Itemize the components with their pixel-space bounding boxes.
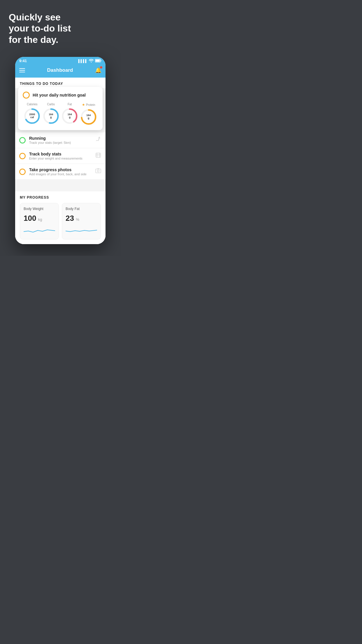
battery-icon xyxy=(95,59,101,63)
body-fat-value: 23 xyxy=(66,214,74,223)
status-time: 9:41 xyxy=(19,59,27,63)
protein-label: ★ Protein xyxy=(82,103,95,107)
body-fat-unit: % xyxy=(76,217,79,222)
calories-donut: 2000 cal xyxy=(24,108,41,125)
todo-item-running[interactable]: Running Track your stats (target: 5km) xyxy=(15,132,106,148)
calories-value: 2000 cal xyxy=(29,113,35,119)
todo-item-body-stats[interactable]: Track body stats Enter your weight and m… xyxy=(15,148,106,164)
protein-value: 164 g xyxy=(86,114,91,120)
body-weight-value-row: 100 kg xyxy=(24,214,55,223)
hero-line1: Quickly see xyxy=(9,12,61,22)
svg-rect-2 xyxy=(96,60,100,62)
status-bar: 9:41 ▌▌▌▌ xyxy=(15,57,106,65)
progress-cards: Body Weight 100 kg Body Fat 23 xyxy=(20,203,101,239)
nutrition-circles: Calories 2000 cal Carbs xyxy=(23,103,98,125)
nutrition-card-header: Hit your daily nutrition goal xyxy=(23,92,98,99)
body-stats-subtitle: Enter your weight and measurements xyxy=(29,157,92,160)
carbs-label: Carbs xyxy=(47,103,55,106)
hero-text: Quickly see your to-do list for the day. xyxy=(9,12,71,45)
body-stats-text: Track body stats Enter your weight and m… xyxy=(29,152,92,160)
spacer xyxy=(15,180,106,188)
nutrition-circle-indicator xyxy=(23,92,30,99)
todo-list: Running Track your stats (target: 5km) T… xyxy=(15,132,106,180)
protein-circle-item: ★ Protein 164 g xyxy=(80,103,97,125)
svg-point-11 xyxy=(99,137,100,138)
wifi-icon xyxy=(89,59,94,63)
progress-header: MY PROGRESS xyxy=(20,195,101,200)
svg-point-14 xyxy=(97,170,99,172)
photos-circle xyxy=(19,169,26,175)
svg-rect-1 xyxy=(101,60,101,61)
things-today-header: THINGS TO DO TODAY xyxy=(15,78,106,88)
running-title: Running xyxy=(29,136,92,141)
fat-label: Fat xyxy=(68,103,72,106)
running-icon xyxy=(95,137,101,144)
photos-subtitle: Add images of your front, back, and side xyxy=(29,172,92,176)
body-fat-value-row: 23 % xyxy=(66,214,97,223)
svg-rect-13 xyxy=(96,169,101,173)
status-icons: ▌▌▌▌ xyxy=(78,59,101,63)
running-circle xyxy=(19,137,26,144)
calories-label: Calories xyxy=(27,103,38,106)
body-stats-title: Track body stats xyxy=(29,152,92,156)
svg-rect-12 xyxy=(96,153,101,158)
menu-button[interactable] xyxy=(19,68,25,72)
photos-text: Take progress photos Add images of your … xyxy=(29,167,92,176)
protein-donut: 164 g xyxy=(80,108,97,125)
hero-line3: for the day. xyxy=(9,34,58,45)
carbs-circle-item: Carbs 164 g xyxy=(43,103,59,125)
phone-content: THINGS TO DO TODAY Hit your daily nutrit… xyxy=(15,78,106,244)
notification-dot xyxy=(100,66,102,69)
nav-bar: Dashboard 🔔 xyxy=(15,65,106,78)
fat-circle-item: Fat 164 g xyxy=(61,103,78,125)
fat-donut: 164 g xyxy=(61,108,78,125)
carbs-value: 164 g xyxy=(49,113,53,119)
running-subtitle: Track your stats (target: 5km) xyxy=(29,141,92,144)
nav-title: Dashboard xyxy=(47,67,73,73)
body-fat-title: Body Fat xyxy=(66,207,97,211)
star-icon: ★ xyxy=(82,103,85,107)
body-weight-title: Body Weight xyxy=(24,207,55,211)
nutrition-title: Hit your daily nutrition goal xyxy=(33,93,86,97)
body-weight-sparkline xyxy=(24,226,55,236)
carbs-donut: 164 g xyxy=(43,108,59,125)
progress-section: MY PROGRESS Body Weight 100 kg xyxy=(15,191,106,244)
body-weight-card[interactable]: Body Weight 100 kg xyxy=(20,203,59,239)
fat-value: 164 g xyxy=(68,113,72,119)
body-weight-value: 100 xyxy=(24,214,36,223)
todo-item-photos[interactable]: Take progress photos Add images of your … xyxy=(15,164,106,180)
signal-icon: ▌▌▌▌ xyxy=(78,59,87,63)
body-fat-card[interactable]: Body Fat 23 % xyxy=(62,203,101,239)
notification-bell[interactable]: 🔔 xyxy=(95,67,101,74)
photos-title: Take progress photos xyxy=(29,167,92,172)
body-fat-sparkline xyxy=(66,226,97,236)
hero-line2: your to-do list xyxy=(9,23,71,34)
photo-icon xyxy=(95,168,101,175)
scale-icon xyxy=(95,153,101,159)
calories-circle-item: Calories 2000 cal xyxy=(24,103,41,125)
body-weight-unit: kg xyxy=(38,217,42,222)
body-stats-circle xyxy=(19,153,26,159)
running-text: Running Track your stats (target: 5km) xyxy=(29,136,92,144)
nutrition-card[interactable]: Hit your daily nutrition goal Calories 2… xyxy=(18,87,103,130)
phone-mockup: 9:41 ▌▌▌▌ Dashboard 🔔 xyxy=(15,57,106,244)
